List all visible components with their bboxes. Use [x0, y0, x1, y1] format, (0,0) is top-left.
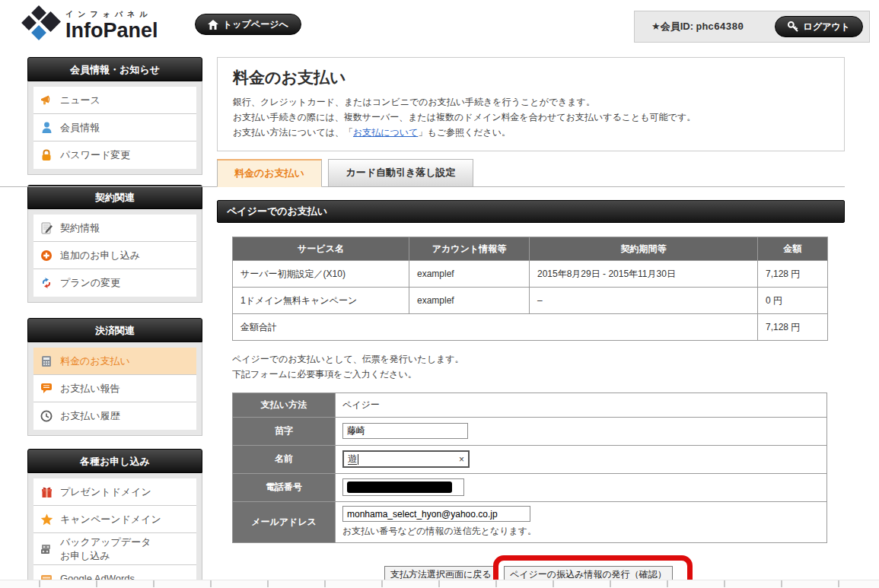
form-row-phone: 電話番号 — [233, 473, 827, 501]
sidebar-item-member-info[interactable]: 会員情報 — [33, 114, 196, 141]
email-note: お支払い番号などの情報の送信先となります。 — [342, 525, 820, 538]
section-header-payeasy: ペイジーでのお支払い — [217, 200, 845, 223]
payment-report-icon — [40, 382, 53, 396]
member-id: ★会員ID: phc64380 — [651, 20, 744, 33]
form-row-method: 支払い方法 ペイジー — [233, 393, 827, 417]
clear-input-icon[interactable]: × — [459, 454, 464, 465]
sidebar-group-member: 会員情報・お知らせ ニュース 会員情報 パスワード変更 — [27, 57, 202, 175]
infopanel-logo: インフォパネル InfoPanel — [23, 6, 158, 44]
top-page-button[interactable]: トップページへ — [195, 14, 301, 35]
sidebar-group-title: 決済関連 — [27, 318, 202, 342]
sidebar-group-title: 各種お申し込み — [27, 449, 202, 473]
sidebar-group-applications: 各種お申し込み プレゼントドメイン キャンペーンドメイン バックアップデータ お… — [27, 449, 202, 588]
page-title: 料金のお支払い — [233, 67, 829, 88]
main-content: 料金のお支払い 銀行、クレジットカード、またはコンビニでのお支払い手続きを行うこ… — [217, 57, 845, 588]
backup-icon — [40, 542, 53, 556]
sidebar-item-present-domain[interactable]: プレゼントドメイン — [33, 478, 196, 506]
sidebar-item-payment-history[interactable]: お支払い履歴 — [33, 402, 196, 430]
page-bottom-strip — [0, 580, 879, 588]
member-info-bar: ★会員ID: phc64380 ログアウト — [634, 11, 870, 43]
sidebar-group-title: 契約関連 — [27, 185, 202, 209]
star-icon — [40, 513, 53, 526]
last-name-input[interactable] — [342, 423, 468, 439]
add-icon — [40, 249, 53, 262]
payment-icon — [40, 354, 53, 368]
tab-bar: 料金のお支払い カード自動引き落し設定 — [217, 159, 845, 187]
phone-input[interactable] — [342, 478, 464, 496]
table-row: サーバー初期設定／(X10) examplef 2015年8月29日 - 201… — [233, 261, 828, 288]
invoice-table: サービス名 アカウント情報等 契約期間等 金額 サーバー初期設定／(X10) e… — [232, 237, 828, 341]
first-name-input[interactable]: 遊 × — [342, 450, 470, 468]
page-intro: 銀行、クレジットカード、またはコンビニでのお支払い手続きを行うことができます。 … — [233, 95, 829, 140]
payeasy-note: ペイジーでのお支払いとして、伝票を発行いたします。 下記フォームに必要事項をご入… — [232, 352, 830, 383]
sidebar-group-payment: 決済関連 料金のお支払い お支払い報告 お支払い履歴 — [27, 318, 202, 436]
logo-diamonds-icon — [23, 6, 59, 44]
text-caret — [358, 454, 358, 465]
sidebar-item-plan-change[interactable]: プランの変更 — [33, 269, 196, 297]
table-row: 1ドメイン無料キャンペーン examplef – 0 円 — [233, 288, 828, 314]
payment-about-link[interactable]: お支払について — [353, 127, 418, 138]
contract-icon — [40, 221, 53, 235]
sidebar-item-payment-report[interactable]: お支払い報告 — [33, 375, 196, 402]
sidebar-item-contract-info[interactable]: 契約情報 — [33, 215, 196, 242]
logo-title: InfoPanel — [65, 20, 158, 41]
form-row-firstname: 名前 遊 × — [233, 445, 827, 473]
payment-history-icon — [40, 409, 53, 423]
logout-button[interactable]: ログアウト — [775, 16, 863, 37]
invoice-header-row: サービス名 アカウント情報等 契約期間等 金額 — [233, 237, 828, 261]
gift-icon — [40, 485, 53, 499]
payment-method-value: ペイジー — [336, 393, 827, 417]
sidebar-group-contract: 契約関連 契約情報 追加のお申し込み プランの変更 — [27, 185, 202, 303]
total-row: 金額合計 7,128 円 — [233, 314, 828, 341]
logo-kana: インフォパネル — [65, 9, 158, 20]
home-icon — [208, 19, 218, 30]
sidebar-item-news[interactable]: ニュース — [33, 87, 196, 114]
tab-payment[interactable]: 料金のお支払い — [217, 159, 322, 187]
sidebar-item-password[interactable]: パスワード変更 — [33, 141, 196, 169]
sidebar-group-title: 会員情報・お知らせ — [27, 57, 202, 81]
form-row-lastname: 苗字 — [233, 417, 827, 445]
lock-icon — [40, 148, 53, 162]
sidebar-item-campaign-domain[interactable]: キャンペーンドメイン — [33, 506, 196, 533]
page-header-box: 料金のお支払い 銀行、クレジットカード、またはコンビニでのお支払い手続きを行うこ… — [217, 57, 845, 151]
email-input[interactable] — [342, 506, 530, 522]
sidebar-item-backup-data[interactable]: バックアップデータ お申し込み — [33, 533, 196, 565]
redacted-phone-value — [347, 482, 452, 493]
plan-change-icon — [40, 276, 53, 290]
sidebar-item-additional-order[interactable]: 追加のお申し込み — [33, 242, 196, 269]
form-row-email: メールアドレス お支払い番号などの情報の送信先となります。 — [233, 501, 827, 542]
megaphone-icon — [40, 94, 53, 107]
payment-form: 支払い方法 ペイジー 苗字 名前 遊 × 電話番号 — [232, 393, 827, 543]
person-icon — [40, 121, 53, 135]
key-icon — [788, 21, 799, 33]
sidebar-item-payment[interactable]: 料金のお支払い — [33, 348, 196, 375]
tab-card-autopay[interactable]: カード自動引き落し設定 — [328, 159, 473, 187]
